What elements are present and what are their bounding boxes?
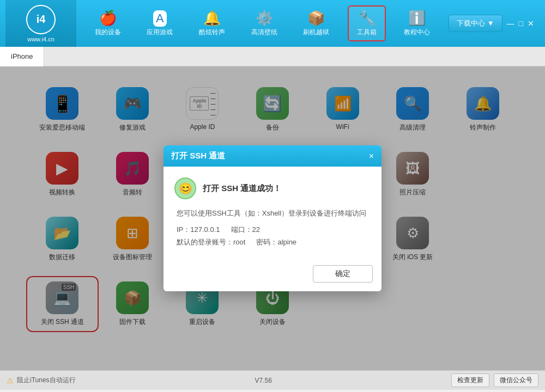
- modal-title: 打开 SSH 通道: [171, 151, 225, 161]
- apple-icon: 🍎: [99, 10, 117, 27]
- check-update-btn[interactable]: 检查更新: [451, 373, 489, 387]
- logo-url: www.i4.cn: [27, 36, 55, 42]
- success-icon: 😊: [174, 177, 196, 199]
- modal-overlay: 打开 SSH 通道 × 😊 打开 SSH 通道成功！ 您可以使用SSH工具（如：…: [0, 66, 545, 370]
- download-btn[interactable]: 下载中心 ▼: [449, 15, 502, 32]
- bell-icon: 🔔: [203, 10, 221, 27]
- modal-desc: 您可以使用SSH工具（如：Xshell）登录到设备进行终端访问 IP：127.0…: [174, 207, 371, 248]
- jailbreak-icon: 📦: [307, 10, 325, 27]
- nav-app-game[interactable]: A 应用游戏: [139, 7, 180, 40]
- modal-header: 打开 SSH 通道 ×: [164, 145, 382, 167]
- close-window-icon[interactable]: ✕: [528, 19, 534, 28]
- minimize-icon[interactable]: —: [507, 19, 514, 28]
- footer-version: V7.56: [255, 377, 272, 384]
- main-content: 📱 安装爱思移动端 🎮 修复游戏 Apple ID — — — — — Appl…: [0, 66, 545, 370]
- modal-ip: IP：127.0.0.1: [177, 223, 220, 236]
- modal-footer: 确定: [164, 260, 382, 291]
- modal-password: 密码：alpine: [256, 236, 296, 248]
- footer: ⚠ 阻止iTunes自动运行 V7.56 检查更新 微信公众号: [0, 370, 545, 390]
- modal-port: 端口：22: [231, 223, 260, 236]
- window-controls: — □ ✕: [507, 19, 534, 28]
- toolbox-icon: 🔧: [358, 10, 376, 27]
- modal-ip-port-row: IP：127.0.0.1 端口：22: [177, 223, 371, 236]
- warning-icon: ⚠: [7, 376, 14, 385]
- itunes-status: 阻止iTunes自动运行: [17, 376, 76, 385]
- nav-my-device[interactable]: 🍎 我的设备: [87, 7, 129, 40]
- modal-account: 默认的登录账号：root: [177, 236, 245, 248]
- modal-close-btn[interactable]: ×: [369, 152, 374, 161]
- modal-success-text: 打开 SSH 通道成功！: [203, 183, 281, 194]
- footer-left: ⚠ 阻止iTunes自动运行: [7, 376, 76, 385]
- modal-success-row: 😊 打开 SSH 通道成功！: [174, 177, 371, 199]
- wechat-btn[interactable]: 微信公众号: [494, 373, 538, 387]
- modal-account-password-row: 默认的登录账号：root 密码：alpine: [177, 236, 371, 248]
- tab-iphone[interactable]: iPhone: [0, 47, 44, 66]
- info-icon: ℹ️: [408, 10, 426, 27]
- modal-desc-line1: 您可以使用SSH工具（如：Xshell）登录到设备进行终端访问: [177, 207, 371, 219]
- wallpaper-icon: ⚙️: [256, 10, 273, 27]
- modal-confirm-btn[interactable]: 确定: [313, 265, 373, 283]
- nav-wallpaper[interactable]: ⚙️ 高清壁纸: [244, 7, 285, 40]
- nav-items: 🍎 我的设备 A 应用游戏 🔔 酷炫铃声 ⚙️ 高清壁纸 📦 刷机越狱 🔧 工具…: [76, 5, 449, 41]
- nav-jailbreak[interactable]: 📦 刷机越狱: [295, 7, 337, 40]
- modal-body: 😊 打开 SSH 通道成功！ 您可以使用SSH工具（如：Xshell）登录到设备…: [164, 167, 382, 259]
- modal-dialog: 打开 SSH 通道 × 😊 打开 SSH 通道成功！ 您可以使用SSH工具（如：…: [164, 145, 382, 291]
- logo-area: i4 www.i4.cn: [5, 0, 76, 47]
- tab-bar: iPhone: [0, 47, 545, 66]
- logo-icon[interactable]: i4: [26, 5, 56, 34]
- header-right: 下载中心 ▼ — □ ✕: [449, 15, 534, 32]
- nav-toolbox[interactable]: 🔧 工具箱: [348, 5, 386, 41]
- header: i4 www.i4.cn 🍎 我的设备 A 应用游戏 🔔 酷炫铃声 ⚙️ 高清壁…: [0, 0, 545, 47]
- footer-right: 检查更新 微信公众号: [451, 373, 538, 387]
- nav-ringtone[interactable]: 🔔 酷炫铃声: [191, 7, 233, 40]
- maximize-icon[interactable]: □: [519, 19, 523, 28]
- app-icon: A: [153, 10, 167, 27]
- nav-tutorial[interactable]: ℹ️ 教程中心: [396, 7, 438, 40]
